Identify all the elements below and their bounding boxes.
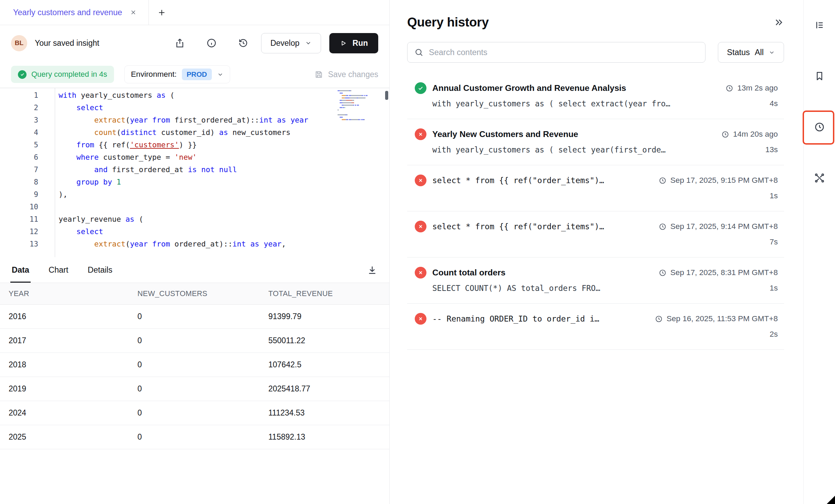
- line-number: 4: [0, 126, 55, 139]
- query-history-item[interactable]: select * from {{ ref("order_items")…Sep …: [407, 165, 784, 211]
- avatar: BL: [11, 35, 27, 51]
- play-icon: [340, 40, 347, 47]
- table-body: 2016091399.7920170550011.2220180107642.5…: [0, 305, 389, 449]
- error-icon: [415, 175, 426, 186]
- query-preview: with yearly_customers as ( select year(f…: [432, 145, 666, 154]
- save-changes-button[interactable]: Save changes: [314, 70, 378, 79]
- table-row[interactable]: 20250115892.13: [0, 425, 389, 449]
- query-history-panel: Query history Status All Annual Customer…: [390, 0, 803, 504]
- query-history-title: Query history: [407, 15, 489, 30]
- column-header: NEW_CUSTOMERS: [137, 290, 268, 298]
- editor-pane: Yearly customers and revenue BL Your sav…: [0, 0, 390, 504]
- success-icon: [415, 82, 426, 94]
- table-cell: 91399.79: [268, 312, 389, 321]
- code-line[interactable]: from {{ ref('customers') }}: [59, 139, 389, 151]
- search-field[interactable]: [407, 42, 705, 63]
- query-history-list: Annual Customer Growth and Revenue Analy…: [407, 73, 784, 350]
- table-cell: 2025418.77: [268, 384, 389, 393]
- error-icon: [415, 267, 426, 279]
- query-history-icon[interactable]: [813, 120, 826, 134]
- tab-yearly-customers[interactable]: Yearly customers and revenue: [0, 0, 149, 25]
- table-cell: 2025: [9, 432, 137, 442]
- code-line[interactable]: yearly_revenue as (: [59, 213, 389, 225]
- new-tab-button[interactable]: [149, 0, 175, 25]
- table-cell: 111234.53: [268, 408, 389, 418]
- tab-chart[interactable]: Chart: [49, 257, 68, 283]
- column-header: TOTAL_REVENUE: [268, 290, 389, 298]
- tab-data[interactable]: Data: [12, 257, 29, 283]
- chevron-down-icon: [305, 40, 312, 46]
- download-icon[interactable]: [367, 265, 378, 275]
- search-input[interactable]: [429, 48, 698, 57]
- clock-icon: [721, 130, 729, 138]
- line-number: 10: [0, 201, 55, 213]
- collapse-panel-icon[interactable]: [774, 17, 784, 28]
- query-title: select * from {{ ref("order_items")…: [432, 176, 604, 185]
- query-history-item[interactable]: Count total ordersSep 17, 2025, 8:31 PM …: [407, 258, 784, 304]
- query-title: Yearly New Customers and Revenue: [432, 129, 578, 139]
- info-icon[interactable]: [205, 36, 218, 50]
- query-history-item[interactable]: Annual Customer Growth and Revenue Analy…: [407, 73, 784, 119]
- results-tab-bar: Data Chart Details: [0, 257, 389, 283]
- query-history-item[interactable]: select * from {{ ref("order_items")…Sep …: [407, 211, 784, 258]
- code-line[interactable]: ),: [59, 188, 389, 201]
- query-title: -- Renaming ORDER_ID to order_id i…: [432, 314, 599, 323]
- query-duration: 1s: [770, 191, 778, 200]
- query-duration: 13s: [765, 145, 778, 154]
- table-row[interactable]: 20170550011.22: [0, 329, 389, 353]
- code-line[interactable]: [59, 201, 389, 213]
- develop-button[interactable]: Develop: [261, 33, 321, 53]
- table-cell: 550011.22: [268, 336, 389, 345]
- bookmark-icon[interactable]: [813, 69, 826, 83]
- run-label: Run: [352, 39, 368, 48]
- editor-minimap[interactable]: [338, 90, 380, 122]
- query-title: Annual Customer Growth and Revenue Analy…: [432, 83, 626, 93]
- table-row[interactable]: 2016091399.79: [0, 305, 389, 329]
- query-time: Sep 17, 2025, 9:14 PM GMT+8: [659, 222, 778, 231]
- query-history-item[interactable]: Yearly New Customers and Revenue14m 20s …: [407, 119, 784, 165]
- editor-scrollbar[interactable]: [385, 91, 388, 100]
- close-icon[interactable]: [130, 9, 137, 16]
- code-line[interactable]: where customer_type = 'new': [59, 151, 389, 164]
- query-title: Count total orders: [432, 268, 505, 277]
- chevron-down-icon: [217, 71, 224, 78]
- table-row[interactable]: 20240111234.53: [0, 401, 389, 425]
- query-history-item[interactable]: -- Renaming ORDER_ID to order_id i…Sep 1…: [407, 304, 784, 350]
- code-line[interactable]: select: [59, 225, 389, 238]
- tab-bar: Yearly customers and revenue: [0, 0, 389, 25]
- lineage-icon[interactable]: [813, 171, 826, 185]
- run-button[interactable]: Run: [329, 33, 378, 53]
- tab-title: Yearly customers and revenue: [13, 8, 122, 17]
- query-time: Sep 16, 2025, 11:53 PM GMT+8: [655, 314, 778, 323]
- sql-editor[interactable]: 12345678910111213 with yearly_customers …: [0, 88, 389, 257]
- tab-details[interactable]: Details: [87, 257, 112, 283]
- table-cell: 107642.5: [268, 360, 389, 369]
- code-line[interactable]: count(distinct customer_id) as new_custo…: [59, 126, 389, 139]
- develop-label: Develop: [270, 39, 299, 48]
- query-status-text: Query completed in 4s: [31, 70, 107, 79]
- status-bar: Query completed in 4s Environment: PROD …: [0, 61, 389, 88]
- line-number: 11: [0, 213, 55, 225]
- code-line[interactable]: extract(year from ordered_at)::int as ye…: [59, 238, 389, 250]
- environment-selector[interactable]: Environment: PROD: [124, 65, 230, 83]
- line-number: 13: [0, 238, 55, 250]
- code-line[interactable]: and first_ordered_at is not null: [59, 164, 389, 176]
- history-icon[interactable]: [236, 36, 250, 50]
- query-status-badge: Query completed in 4s: [11, 66, 114, 83]
- share-icon[interactable]: [173, 36, 187, 50]
- status-filter-dropdown[interactable]: Status All: [718, 42, 784, 63]
- line-number: 1: [0, 89, 55, 102]
- line-number: 9: [0, 188, 55, 201]
- table-cell: 2017: [9, 336, 137, 345]
- save-icon: [314, 70, 323, 79]
- line-number: 3: [0, 114, 55, 126]
- query-time: 13m 2s ago: [725, 84, 778, 93]
- table-row[interactable]: 20180107642.5: [0, 353, 389, 377]
- panel-list-icon[interactable]: [813, 18, 826, 32]
- table-cell: 115892.13: [268, 432, 389, 442]
- table-header: YEARNEW_CUSTOMERSTOTAL_REVENUE: [0, 283, 389, 305]
- table-row[interactable]: 201902025418.77: [0, 377, 389, 401]
- line-number-gutter: 12345678910111213: [0, 88, 55, 257]
- code-line[interactable]: group by 1: [59, 176, 389, 188]
- table-cell: 2016: [9, 312, 137, 321]
